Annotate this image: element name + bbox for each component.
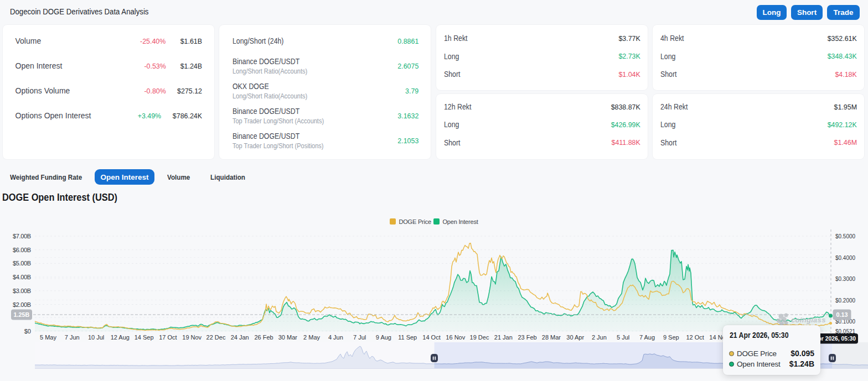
svg-text:23 Feb: 23 Feb [518, 334, 536, 341]
svg-text:19 Nov: 19 Nov [182, 334, 202, 341]
svg-text:12 Aug: 12 Aug [111, 334, 130, 341]
svg-text:2 May: 2 May [303, 334, 320, 341]
svg-text:12 Oct: 12 Oct [686, 334, 704, 341]
svg-text:0.13: 0.13 [836, 311, 848, 318]
svg-text:28 Mar: 28 Mar [542, 334, 561, 341]
svg-text:9 Sep: 9 Sep [663, 334, 679, 341]
svg-text:coinglass: coinglass [791, 316, 826, 324]
svg-text:9 Aug: 9 Aug [376, 334, 391, 341]
svg-text:26 Feb: 26 Feb [254, 334, 273, 341]
svg-text:19 Dec: 19 Dec [470, 334, 489, 341]
svg-text:$7.00B: $7.00B [13, 233, 31, 239]
svg-text:$4.00B: $4.00B [13, 274, 31, 280]
svg-text:14 Oct: 14 Oct [422, 334, 440, 341]
svg-text:11 Sep: 11 Sep [398, 334, 417, 341]
svg-text:14 Sep: 14 Sep [135, 334, 154, 341]
svg-text:30 Mar: 30 Mar [278, 334, 298, 341]
svg-text:24 Jan: 24 Jan [231, 334, 249, 341]
svg-text:10 Jul: 10 Jul [88, 334, 104, 341]
svg-text:7 Jul: 7 Jul [353, 334, 366, 341]
svg-text:16 Nov: 16 Nov [446, 334, 465, 341]
svg-text:$2.00B: $2.00B [13, 301, 31, 308]
svg-text:$6.00B: $6.00B [13, 247, 31, 253]
svg-text:$0.4000: $0.4000 [835, 254, 855, 261]
svg-text:$5.00B: $5.00B [13, 260, 31, 267]
svg-text:$0: $0 [24, 328, 31, 335]
svg-text:21 Jan: 21 Jan [494, 334, 513, 341]
svg-text:$0.3000: $0.3000 [835, 275, 855, 282]
svg-text:5 Jul: 5 Jul [617, 334, 629, 341]
svg-text:22 Dec: 22 Dec [206, 334, 226, 341]
svg-text:$3.00B: $3.00B [13, 288, 31, 294]
svg-text:7 Aug: 7 Aug [639, 334, 655, 341]
svg-text:2 Jun: 2 Jun [592, 334, 607, 341]
svg-text:$0.5000: $0.5000 [835, 233, 855, 239]
svg-text:4 Jun: 4 Jun [328, 334, 343, 341]
svg-text:1.25B: 1.25B [14, 311, 30, 318]
svg-text:5 May: 5 May [40, 334, 56, 341]
svg-text:7 Jun: 7 Jun [65, 334, 80, 341]
svg-text:17 Oct: 17 Oct [159, 334, 177, 341]
svg-text:30 Apr: 30 Apr [566, 334, 584, 341]
svg-text:$0.2000: $0.2000 [835, 297, 855, 304]
